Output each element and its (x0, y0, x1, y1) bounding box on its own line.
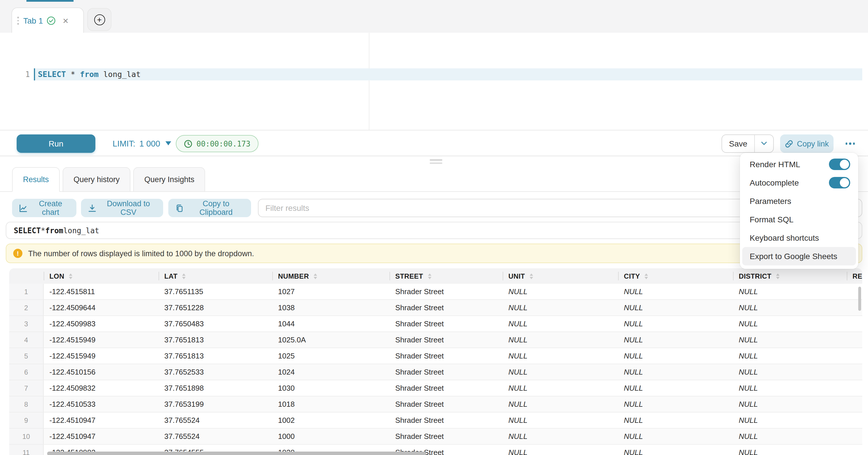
chevron-down-icon (761, 141, 768, 146)
cell-unit: NULL (503, 413, 618, 428)
cell-city: NULL (618, 332, 733, 347)
cell-city: NULL (618, 413, 733, 428)
table-row[interactable]: 3-122.450998337.76504831044Shrader Stree… (9, 316, 862, 332)
table-row[interactable]: 7-122.450983237.76518981030Shrader Stree… (9, 380, 862, 396)
editor-active-line-highlight (34, 68, 862, 81)
column-header-district[interactable]: DISTRICT (733, 268, 847, 284)
results-table: LON LAT NUMBER STREET UNIT CITY DISTRICT… (9, 268, 862, 455)
cell-street: Shrader Street (390, 380, 503, 396)
cell-city: NULL (618, 380, 733, 396)
cell-district: NULL (733, 348, 847, 364)
menu-item-render-html[interactable]: Render HTML (740, 155, 858, 174)
cell-street: Shrader Street (390, 364, 503, 380)
table-row[interactable]: 6-122.451015637.76525331024Shrader Stree… (9, 364, 862, 380)
row-index: 4 (9, 332, 44, 347)
cell-district: NULL (733, 413, 847, 428)
sort-icon[interactable] (530, 273, 533, 279)
column-header-unit[interactable]: UNIT (503, 268, 618, 284)
cell-city: NULL (618, 348, 733, 364)
more-options-button[interactable] (840, 134, 861, 153)
sort-icon[interactable] (182, 273, 186, 279)
cell-street: Shrader Street (390, 429, 503, 444)
vertical-scrollbar[interactable] (858, 287, 861, 311)
tab-drag-handle-icon[interactable] (17, 17, 19, 25)
column-header-lat[interactable]: LAT (159, 268, 272, 284)
new-tab-button[interactable]: + (87, 8, 112, 31)
cell-lon: -122.4510947 (44, 429, 159, 444)
sql-code-editor[interactable]: 1 SELECT * from long_lat (0, 33, 868, 130)
panel-resize-handle[interactable] (430, 159, 442, 164)
cell-lat: 37.765524 (159, 429, 272, 444)
sort-icon[interactable] (314, 273, 317, 279)
cell-lat: 37.7651228 (159, 300, 272, 315)
tab-query-insights[interactable]: Query Insights (133, 167, 205, 192)
column-header-region[interactable]: RE (847, 268, 862, 284)
cell-street: Shrader Street (390, 284, 503, 299)
create-chart-button[interactable]: Create chart (12, 199, 76, 217)
sort-icon[interactable] (645, 273, 648, 279)
limit-dropdown[interactable]: LIMIT: 1 000 (113, 130, 171, 156)
horizontal-scrollbar[interactable] (47, 452, 426, 455)
editor-tab-tab1[interactable]: Tab 1 ✕ (11, 7, 84, 33)
copy-clipboard-button[interactable]: Copy to Clipboard (168, 199, 251, 217)
cell-re (847, 413, 862, 428)
table-row[interactable]: 1-122.451581137.76511351027Shrader Stree… (9, 284, 862, 300)
cell-district: NULL (733, 332, 847, 347)
menu-item-autocomplete[interactable]: Autocomplete (740, 174, 858, 192)
cell-unit: NULL (503, 348, 618, 364)
cell-lon: -122.4515949 (44, 348, 159, 364)
table-row[interactable]: 5-122.451594937.76518131025Shrader Stree… (9, 348, 862, 364)
autocomplete-toggle[interactable] (829, 177, 850, 188)
tab-query-history[interactable]: Query history (63, 167, 131, 192)
editor-code-line[interactable]: SELECT * from long_lat (38, 68, 141, 81)
cell-city: NULL (618, 300, 733, 315)
menu-item-keyboard-shortcuts[interactable]: Keyboard shortcuts (740, 229, 858, 247)
cell-unit: NULL (503, 396, 618, 412)
cell-number: 1000 (272, 429, 390, 444)
cell-number: 1025 (272, 348, 390, 364)
row-index: 10 (9, 429, 44, 444)
more-options-menu: Render HTML Autocomplete Parameters Form… (740, 153, 858, 269)
table-row[interactable]: 10-122.451094737.7655241000Shrader Stree… (9, 429, 862, 445)
cell-district: NULL (733, 284, 847, 299)
run-button[interactable]: Run (17, 134, 95, 153)
menu-item-parameters[interactable]: Parameters (740, 192, 858, 210)
table-row[interactable]: 9-122.451094737.7655241002Shrader Street… (9, 413, 862, 429)
tab-results[interactable]: Results (12, 167, 60, 192)
menu-item-export-google-sheets[interactable]: Export to Google Sheets (742, 247, 856, 266)
table-body: 1-122.451581137.76511351027Shrader Stree… (9, 284, 862, 455)
cell-city: NULL (618, 284, 733, 299)
tab-saved-check-icon (46, 16, 56, 25)
chart-icon (19, 204, 28, 212)
render-html-toggle[interactable] (829, 158, 850, 170)
column-header-street[interactable]: STREET (390, 268, 503, 284)
cell-re (847, 380, 862, 396)
save-split-button: Save (721, 134, 774, 153)
sort-icon[interactable] (776, 273, 779, 279)
results-tab-bar: Results Query history Query Insights (0, 167, 868, 192)
download-csv-button[interactable]: Download to CSV (81, 199, 163, 217)
menu-item-format-sql[interactable]: Format SQL (740, 210, 858, 229)
run-toolbar: Run LIMIT: 1 000 00:00:00.173 Save Copy … (0, 130, 868, 156)
table-row[interactable]: 8-122.451053337.76531991018Shrader Stree… (9, 396, 862, 413)
row-limit-warning-banner: ! The number of rows displayed is limite… (6, 244, 862, 263)
row-index: 8 (9, 396, 44, 412)
sort-icon[interactable] (428, 273, 431, 279)
cell-city: NULL (618, 316, 733, 332)
sort-icon[interactable] (69, 273, 72, 279)
editor-line-number: 1 (9, 68, 30, 81)
save-button[interactable]: Save (722, 135, 754, 152)
tab-close-icon[interactable]: ✕ (63, 17, 69, 25)
copy-link-button[interactable]: Copy link (780, 134, 834, 153)
column-header-city[interactable]: CITY (618, 268, 733, 284)
clock-icon (184, 139, 192, 148)
column-header-lon[interactable]: LON (44, 268, 159, 284)
cell-number: 1018 (272, 396, 390, 412)
table-row[interactable]: 4-122.451594937.76518131025.0AShrader St… (9, 332, 862, 348)
save-options-button[interactable] (754, 135, 773, 152)
table-row[interactable]: 2-122.450964437.76512281038Shrader Stree… (9, 300, 862, 316)
warning-icon: ! (13, 249, 22, 258)
column-header-number[interactable]: NUMBER (272, 268, 390, 284)
cell-lon: -122.4515949 (44, 332, 159, 347)
copy-link-label: Copy link (797, 139, 829, 148)
